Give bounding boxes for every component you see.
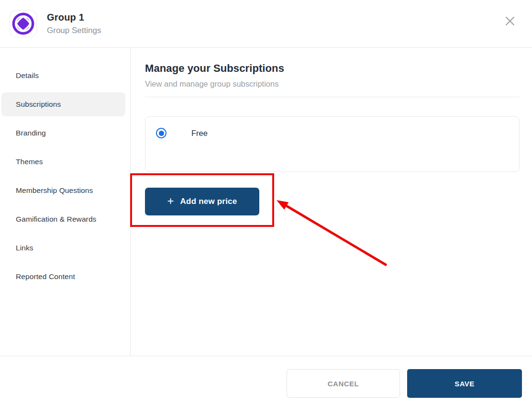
group-settings-dialog: Group 1 Group Settings Details Subscript… (0, 0, 532, 405)
dialog-footer: CANCEL SAVE (0, 356, 532, 405)
section-divider (145, 97, 520, 97)
sidebar-item-branding[interactable]: Branding (1, 121, 125, 145)
page-description: View and manage group subscriptions (145, 79, 520, 89)
sidebar-item-membership-questions[interactable]: Membership Questions (1, 179, 125, 202)
settings-sidebar: Details Subscriptions Branding Themes Me… (0, 48, 131, 356)
free-plan-radio[interactable] (156, 128, 166, 138)
group-logo-icon (10, 10, 37, 37)
header-text-block: Group 1 Group Settings (47, 11, 101, 36)
save-button[interactable]: SAVE (407, 369, 522, 398)
sidebar-item-reported-content[interactable]: Reported Content (1, 265, 125, 289)
dialog-body: Details Subscriptions Branding Themes Me… (0, 48, 532, 356)
dialog-subtitle: Group Settings (47, 25, 101, 36)
sidebar-item-subscriptions[interactable]: Subscriptions (1, 92, 125, 116)
sidebar-item-details[interactable]: Details (1, 64, 125, 88)
add-new-price-label: Add new price (180, 197, 237, 206)
sidebar-item-gamification-rewards[interactable]: Gamification & Rewards (1, 207, 125, 231)
dialog-header: Group 1 Group Settings (0, 0, 532, 48)
add-new-price-button[interactable]: + Add new price (145, 188, 259, 215)
radio-dot (159, 131, 164, 136)
page-title: Manage your Subscriptions (145, 62, 520, 75)
sidebar-item-links[interactable]: Links (1, 236, 125, 260)
subscription-plan-card: Free (145, 116, 520, 172)
cancel-button[interactable]: CANCEL (287, 369, 400, 398)
sidebar-item-themes[interactable]: Themes (1, 150, 125, 174)
close-icon[interactable] (505, 16, 515, 26)
plus-icon: + (167, 195, 174, 207)
group-title: Group 1 (47, 11, 101, 23)
subscriptions-panel: Manage your Subscriptions View and manag… (131, 48, 532, 356)
plan-name-label: Free (191, 128, 208, 138)
